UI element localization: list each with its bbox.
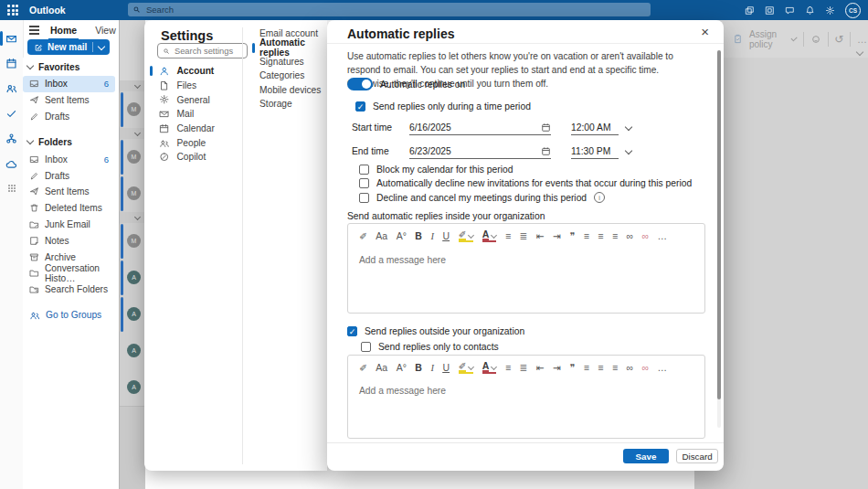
new-mail-dropdown[interactable] xyxy=(92,42,110,52)
folder-item-sent-items[interactable]: Sent Items xyxy=(23,184,115,200)
link-icon[interactable]: ∞ xyxy=(627,363,634,373)
font-color-icon[interactable]: A xyxy=(482,229,497,242)
new-mail-button[interactable]: New mail xyxy=(27,39,110,55)
message-list-item[interactable]: A xyxy=(120,260,145,297)
outdent-icon[interactable]: ⇤ xyxy=(536,363,545,373)
apps-badge-icon[interactable] xyxy=(765,5,775,16)
link-icon[interactable]: ∞ xyxy=(627,231,634,241)
italic-icon[interactable]: I xyxy=(430,231,434,241)
todo-check-icon[interactable] xyxy=(0,102,23,124)
info-icon[interactable]: i xyxy=(594,192,605,203)
highlight-icon[interactable]: ✐ xyxy=(459,229,474,242)
ribbon-tab-home[interactable]: Home xyxy=(48,22,79,40)
chat-icon[interactable] xyxy=(785,5,795,16)
mail-icon[interactable] xyxy=(0,27,23,49)
more-options-icon[interactable]: … xyxy=(658,231,668,241)
message-list-item[interactable]: M xyxy=(120,223,145,260)
message-list-item[interactable]: M xyxy=(120,91,145,129)
end-date-field[interactable]: 6/23/2025 xyxy=(409,144,551,159)
align-center-icon[interactable]: ≡ xyxy=(598,363,603,373)
settings-search-input[interactable] xyxy=(173,46,244,57)
org-groups-icon[interactable] xyxy=(0,128,23,150)
unlink-icon[interactable]: ∞ xyxy=(642,231,650,241)
user-avatar[interactable]: CS xyxy=(845,3,861,18)
font-color-icon[interactable]: A xyxy=(482,361,497,374)
start-time-field[interactable]: 12:00 AM xyxy=(571,120,619,135)
bullet-list-icon[interactable]: ≡ xyxy=(505,231,511,241)
bullet-list-icon[interactable]: ≡ xyxy=(505,363,511,373)
underline-icon[interactable]: U xyxy=(442,363,450,373)
highlight-icon[interactable]: ✐ xyxy=(459,361,474,374)
message-list-item[interactable]: A xyxy=(120,296,145,334)
settings-search-box[interactable] xyxy=(157,43,248,58)
align-left-icon[interactable]: ≡ xyxy=(584,231,589,241)
align-right-icon[interactable]: ≡ xyxy=(612,231,618,241)
global-search-input[interactable] xyxy=(144,4,651,16)
numbered-list-icon[interactable]: ≣ xyxy=(520,231,528,241)
global-search-box[interactable] xyxy=(128,3,651,16)
assign-policy-button[interactable]: Assign policy xyxy=(749,29,786,49)
calendar-icon[interactable] xyxy=(0,52,23,74)
outdent-icon[interactable]: ⇤ xyxy=(536,231,545,241)
folder-item-search-folders[interactable]: Search Folders xyxy=(23,282,115,298)
start-date-field[interactable]: 6/16/2025 xyxy=(409,120,551,135)
message-list-item[interactable]: A xyxy=(120,333,145,370)
folder-item-inbox[interactable]: Inbox6 xyxy=(23,151,115,167)
underline-icon[interactable]: U xyxy=(442,231,450,241)
meet-icon[interactable] xyxy=(745,5,755,16)
undo-icon[interactable]: ↺ xyxy=(834,33,843,46)
font-size-decrease-icon[interactable]: Aa xyxy=(376,231,387,241)
font-size-decrease-icon[interactable]: Aa xyxy=(376,363,387,373)
folder-item-inbox[interactable]: Inbox6 xyxy=(23,76,115,92)
numbered-list-icon[interactable]: ≣ xyxy=(520,363,528,373)
settings-subnav-signatures[interactable]: Signatures xyxy=(252,55,325,69)
quote-icon[interactable]: ❞ xyxy=(570,231,576,241)
settings-nav-people[interactable]: People xyxy=(150,135,247,150)
hamburger-menu-icon[interactable] xyxy=(29,26,39,35)
quote-icon[interactable]: ❞ xyxy=(570,363,576,373)
more-actions-icon[interactable]: … xyxy=(857,34,868,45)
contacts-only-checkbox[interactable] xyxy=(361,342,371,352)
time-period-checkbox[interactable]: ✓ xyxy=(355,101,365,112)
outside-org-checkbox[interactable]: ✓ xyxy=(347,326,357,336)
folder-section-favorites[interactable]: Favorites xyxy=(23,58,119,76)
folder-item-sent-items[interactable]: Sent Items xyxy=(23,92,115,109)
option-checkbox[interactable] xyxy=(359,193,369,203)
app-grid-icon[interactable] xyxy=(0,177,23,199)
close-icon[interactable]: × xyxy=(701,25,709,39)
unlink-icon[interactable]: ∞ xyxy=(642,363,650,373)
font-size-increase-icon[interactable]: A° xyxy=(397,363,407,373)
settings-nav-files[interactable]: Files xyxy=(150,79,247,93)
align-left-icon[interactable]: ≡ xyxy=(584,363,589,373)
message-list-item[interactable]: A xyxy=(120,369,145,407)
onedrive-cloud-icon[interactable] xyxy=(0,153,23,175)
folder-item-conversation-histo-[interactable]: Conversation Histo… xyxy=(23,265,115,282)
settings-nav-mail[interactable]: Mail xyxy=(150,107,247,122)
message-group-header[interactable] xyxy=(120,80,145,91)
people-icon[interactable] xyxy=(0,78,23,100)
discard-button[interactable]: Discard xyxy=(676,449,718,463)
folder-item-drafts[interactable]: Drafts xyxy=(23,109,115,125)
ribbon-tab-view[interactable]: View xyxy=(93,22,118,40)
gear-icon[interactable] xyxy=(825,5,835,16)
message-group-header[interactable] xyxy=(120,128,145,139)
message-list-item[interactable]: M xyxy=(120,175,145,213)
align-center-icon[interactable]: ≡ xyxy=(598,231,603,241)
option-checkbox[interactable] xyxy=(359,165,369,175)
folder-item-notes[interactable]: Notes xyxy=(23,232,115,249)
settings-subnav-categories[interactable]: Categories xyxy=(252,69,325,82)
option-checkbox[interactable] xyxy=(359,178,369,188)
bold-icon[interactable]: B xyxy=(415,231,422,241)
font-size-increase-icon[interactable]: A° xyxy=(397,231,407,241)
dialog-scrollbar[interactable] xyxy=(717,50,721,428)
settings-nav-account[interactable]: Account xyxy=(150,64,247,79)
bell-icon[interactable] xyxy=(805,5,815,16)
settings-nav-calendar[interactable]: Calendar xyxy=(150,122,247,136)
settings-nav-general[interactable]: General xyxy=(150,92,247,107)
folder-item-deleted-items[interactable]: Deleted Items xyxy=(23,200,115,217)
settings-subnav-mobile-devices[interactable]: Mobile devices xyxy=(252,83,325,97)
align-right-icon[interactable]: ≡ xyxy=(612,363,618,373)
format-painter-icon[interactable]: ✐ xyxy=(359,363,367,373)
folder-item-junk-email[interactable]: Junk Email xyxy=(23,217,115,233)
calendar-icon[interactable] xyxy=(541,122,551,133)
